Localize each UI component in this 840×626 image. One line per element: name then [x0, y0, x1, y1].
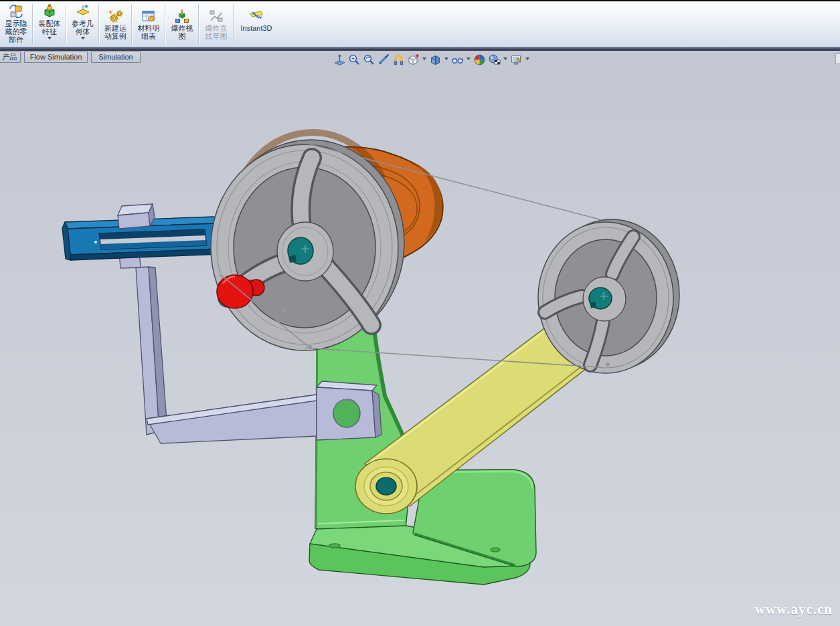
instant3d-icon [248, 8, 264, 24]
command-manager-toolbar: 显示隐 藏的零 部件 装配体 特征 参考几 何体 [0, 1, 840, 47]
base-hole [329, 544, 340, 548]
dropdown-arrow-icon[interactable] [48, 37, 52, 41]
previous-view-icon[interactable] [363, 54, 375, 66]
pivot-pin[interactable] [376, 478, 396, 495]
view-orientation-icon[interactable] [407, 54, 420, 66]
hide-show-items-dropdown[interactable] [466, 54, 471, 66]
zoom-to-area-icon[interactable] [348, 54, 361, 66]
command-manager-bottom-strip [0, 47, 840, 51]
tab-simulation[interactable]: Simulation [91, 51, 141, 63]
3d-drawing-view-icon[interactable] [392, 54, 405, 66]
dropdown-arrow-icon[interactable] [81, 37, 85, 41]
section-view-icon[interactable] [377, 54, 390, 66]
view-settings-icon[interactable] [510, 54, 523, 66]
explode-line-sketch-button[interactable]: 爆炸直 线草图 [199, 1, 233, 47]
display-style-dropdown[interactable] [444, 54, 449, 66]
instant3d-button[interactable]: Instant3D [234, 1, 278, 47]
command-manager-tabs: 产品 Flow Simulation Simulation [0, 51, 268, 64]
assembly-features-icon [41, 3, 58, 19]
new-motion-study-icon [108, 8, 124, 24]
show-hidden-components-button[interactable]: 显示隐 藏的零 部件 [0, 1, 32, 47]
heads-up-view-toolbar [333, 53, 530, 66]
edit-appearance-icon[interactable] [473, 54, 486, 66]
panel-edge-notch[interactable] [835, 54, 840, 64]
new-motion-study-button[interactable]: 新建运 动算例 [100, 1, 131, 47]
watermark: www.ayc.cn [755, 601, 833, 618]
reference-geometry-button[interactable]: 参考几 何体 [67, 1, 98, 47]
exploded-view-button[interactable]: 爆炸视 图 [166, 1, 198, 47]
driven-handwheel[interactable] [538, 219, 679, 373]
follower-bracket-top-block[interactable] [118, 204, 155, 229]
viewport-3d [0, 0, 840, 626]
bracket-hole [333, 399, 360, 427]
apply-scene-icon[interactable] [488, 54, 501, 66]
view-settings-dropdown[interactable] [525, 54, 530, 66]
bill-of-materials-button[interactable]: 材料明 细表 [133, 1, 165, 47]
show-hidden-components-icon [8, 3, 24, 19]
bill-of-materials-icon [141, 8, 157, 24]
hide-show-items-icon[interactable] [451, 54, 464, 66]
base-hole [491, 548, 500, 552]
tab-flow-simulation[interactable]: Flow Simulation [24, 51, 88, 63]
explode-line-sketch-icon [208, 8, 224, 24]
assembly-features-button[interactable]: 装配体 特征 [33, 1, 66, 47]
display-style-icon[interactable] [429, 54, 442, 66]
reference-geometry-icon [75, 3, 91, 19]
view-orientation-dropdown[interactable] [422, 54, 427, 66]
zoom-to-fit-icon[interactable] [333, 54, 346, 66]
exploded-view-icon [174, 8, 190, 24]
apply-scene-dropdown[interactable] [503, 54, 508, 66]
tab-product[interactable]: 产品 [0, 51, 21, 63]
solidworks-window: 显示隐 藏的零 部件 装配体 特征 参考几 何体 [0, 0, 840, 626]
